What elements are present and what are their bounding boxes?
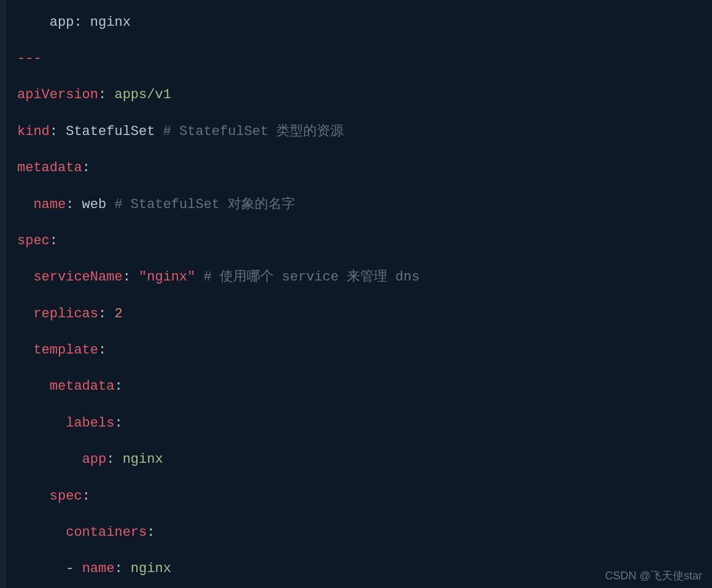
code-line: spec: bbox=[17, 487, 712, 506]
code-line: containers: bbox=[17, 524, 712, 542]
code-line: replicas: 2 bbox=[17, 305, 712, 323]
code-line: spec: bbox=[17, 232, 712, 250]
code-line: kind: StatefulSet # StatefulSet 类型的资源 bbox=[17, 123, 712, 141]
code-line: labels: bbox=[17, 414, 712, 433]
code-line: serviceName: "nginx" # 使用哪个 service 来管理 … bbox=[17, 268, 712, 287]
code-line: name: web # StatefulSet 对象的名字 bbox=[17, 196, 712, 214]
code-line: template: bbox=[17, 341, 712, 360]
code-line: apiVersion: apps/v1 bbox=[17, 86, 712, 104]
watermark: CSDN @飞天使star bbox=[605, 568, 702, 583]
code-block: app: nginx --- apiVersion: apps/v1 kind:… bbox=[0, 0, 712, 588]
code-line: --- bbox=[17, 50, 712, 68]
code-line: app: nginx bbox=[17, 451, 712, 469]
code-line: metadata: bbox=[17, 159, 712, 177]
code-line: metadata: bbox=[17, 377, 712, 396]
code-line: app: nginx bbox=[17, 14, 712, 32]
